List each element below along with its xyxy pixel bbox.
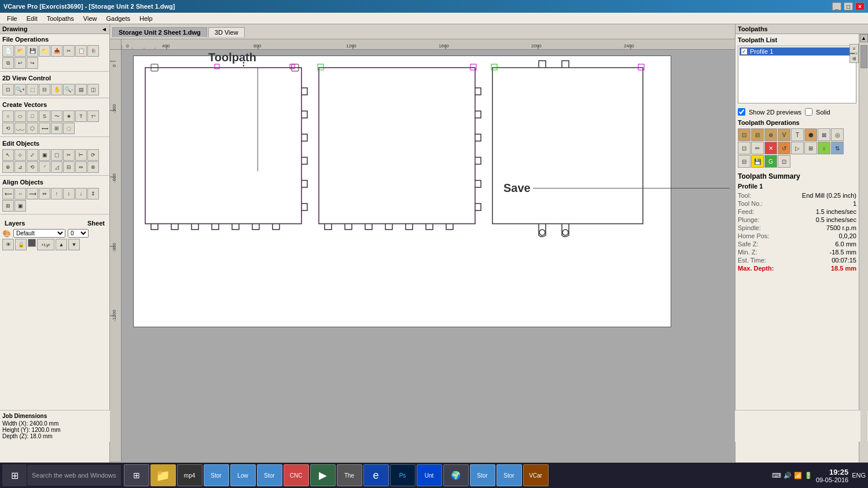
open-file-button[interactable]: 📂 — [14, 45, 26, 57]
group-tool[interactable]: ▣ — [39, 149, 50, 161]
tray-network[interactable]: 📶 — [794, 472, 802, 479]
clock[interactable]: 19:25 09-05-2016 — [816, 468, 848, 483]
dimension-tool[interactable]: ⟷ — [39, 123, 50, 134]
rectangle-tool[interactable]: □ — [27, 110, 38, 122]
drawing-collapse-icon[interactable]: ◄ — [101, 26, 107, 32]
menu-view[interactable]: View — [79, 15, 102, 22]
tray-volume[interactable]: 🔊 — [784, 472, 792, 479]
tab-drawing[interactable]: Storage Unit 2 Sheet 1.dwg — [112, 27, 207, 37]
open-folder-button[interactable]: 📁 — [39, 45, 50, 57]
pan-button[interactable]: ✋ — [51, 84, 62, 95]
dist-h-button[interactable]: ⇔ — [39, 188, 50, 199]
task-view-button[interactable]: ⊞ — [124, 464, 149, 486]
delete-op-button[interactable]: ✕ — [764, 142, 777, 154]
recalc-op-button[interactable]: ↺ — [778, 142, 790, 154]
polyline-tool[interactable]: ⬡ — [27, 123, 38, 134]
cut-button[interactable]: ✂ — [63, 45, 75, 57]
sheet-select[interactable]: 0 — [68, 229, 89, 238]
view-all-button[interactable]: ▤ — [75, 84, 87, 95]
merge-button[interactable]: ↕ — [818, 142, 830, 154]
layer-down-button[interactable]: ▼ — [68, 239, 80, 250]
array-tool[interactable]: ⊟ — [63, 161, 75, 173]
app-earth-button[interactable]: 🌍 — [443, 464, 469, 486]
node-edit-tool[interactable]: ⊹ — [14, 149, 26, 161]
spiral-tool[interactable]: ◌ — [63, 123, 75, 134]
select-tool[interactable]: ↖ — [2, 149, 14, 161]
menu-toolpaths[interactable]: Toolpaths — [42, 15, 79, 22]
circle-tool[interactable]: ○ — [2, 110, 14, 122]
toolpath-order-button[interactable]: ⊟ — [738, 155, 751, 168]
toolpath-checkbox[interactable]: ✓ — [741, 48, 748, 55]
offset-tool[interactable]: ⟳ — [87, 149, 99, 161]
layer-color-icon[interactable] — [28, 239, 36, 247]
save-file-button[interactable]: 💾 — [27, 45, 38, 57]
redo-button[interactable]: ↪ — [27, 57, 38, 69]
smart-smooth-tool[interactable]: ◡◡ — [14, 123, 26, 134]
app-ie-button[interactable]: e — [363, 464, 389, 486]
align-middle-button[interactable]: ↕ — [63, 188, 75, 199]
toolpath-item[interactable]: ✓ Profile 1 — [740, 47, 855, 56]
tab-3d[interactable]: 3D View — [208, 27, 245, 37]
align-bottom-button[interactable]: ↓ — [75, 188, 87, 199]
zoom-box-button[interactable]: ⬚ — [27, 84, 38, 95]
duplicate-button[interactable]: ⧉ — [2, 57, 14, 69]
app-mp4-button[interactable]: mp4 — [177, 464, 203, 486]
fillet-tool[interactable]: ◜ — [39, 161, 50, 173]
view-mode-button[interactable]: ◫ — [87, 84, 99, 95]
split-button[interactable]: ⇅ — [831, 142, 844, 154]
ellipse-tool[interactable]: ⬭ — [14, 110, 26, 122]
copy-button[interactable]: ⎘ — [87, 45, 99, 57]
align-top-button[interactable]: ↑ — [51, 188, 62, 199]
panel-icon-2[interactable]: ⊞ — [849, 54, 859, 63]
explorer-button[interactable]: 📁 — [150, 464, 176, 486]
app-cnc-button[interactable]: CNC — [284, 464, 309, 486]
search-bar[interactable]: Search the web and Windows — [27, 465, 121, 486]
import-button[interactable]: 📥 — [51, 45, 62, 57]
mirror-tool[interactable]: ⇔ — [75, 161, 87, 173]
drilling-op-button[interactable]: ⊕ — [764, 128, 777, 141]
save-toolpath-button[interactable]: 💾 — [751, 155, 764, 168]
chamfer-tool[interactable]: ◿ — [51, 161, 62, 173]
dist-v-button[interactable]: ⇕ — [87, 188, 99, 199]
new-file-button[interactable]: 📄 — [2, 45, 14, 57]
text-op-button[interactable]: T — [791, 128, 804, 141]
menu-help[interactable]: Help — [135, 15, 157, 22]
ungroup-tool[interactable]: ▢ — [51, 149, 62, 161]
drawing-canvas[interactable]: Toolpath Save — [122, 50, 735, 461]
app-outlook-button[interactable]: Unt — [417, 464, 442, 486]
align-center-button[interactable]: ↔ — [14, 188, 26, 199]
layer-select[interactable]: Default — [13, 229, 65, 238]
toolpath-list-box[interactable]: ✓ Profile 1 — [738, 46, 856, 103]
paste-button[interactable]: 📋 — [75, 45, 87, 57]
align-grid-button[interactable]: ⊞ — [2, 200, 14, 212]
app-the-button[interactable]: The — [337, 464, 362, 486]
bezier-tool[interactable]: S — [39, 110, 50, 122]
scroll-up-button[interactable]: ▲ — [860, 34, 868, 42]
jog-button[interactable]: ⊞ — [804, 142, 817, 154]
move-tool[interactable]: ⊿ — [14, 161, 26, 173]
texture-op-button[interactable]: ⊠ — [818, 128, 830, 141]
trim-tool[interactable]: ✂ — [63, 149, 75, 161]
app-store3-button[interactable]: Stor — [470, 464, 495, 486]
moulding-op-button[interactable]: ⊡ — [738, 142, 751, 154]
menu-file[interactable]: File — [2, 15, 22, 22]
app-store1-button[interactable]: Stor — [204, 464, 229, 486]
app-photoshop-button[interactable]: Ps — [390, 464, 415, 486]
app-low-button[interactable]: Low — [230, 464, 256, 486]
solid-checkbox[interactable] — [805, 108, 812, 116]
align-page-button[interactable]: ▣ — [14, 200, 26, 212]
v-scrollbar[interactable]: ▲ ▼ — [859, 34, 868, 471]
layer-add-button[interactable]: +Lyr — [37, 239, 54, 250]
zoom-out-button[interactable]: 🔍- — [63, 84, 75, 95]
menu-edit[interactable]: Edit — [22, 15, 42, 22]
v-scrollbar-thumb[interactable] — [860, 45, 867, 68]
menu-gadgets[interactable]: Gadgets — [101, 15, 135, 22]
app-store4-button[interactable]: Stor — [496, 464, 522, 486]
star-tool[interactable]: ★ — [63, 110, 75, 122]
transform-tool[interactable]: ⤢ — [27, 149, 38, 161]
app-active1-button[interactable]: ▶ — [310, 464, 336, 486]
vcarve-op-button[interactable]: V — [778, 128, 790, 141]
undo-button[interactable]: ↩ — [14, 57, 26, 69]
spiral-op-button[interactable]: ◎ — [831, 128, 844, 141]
zoom-selected-button[interactable]: ⊟ — [39, 84, 50, 95]
